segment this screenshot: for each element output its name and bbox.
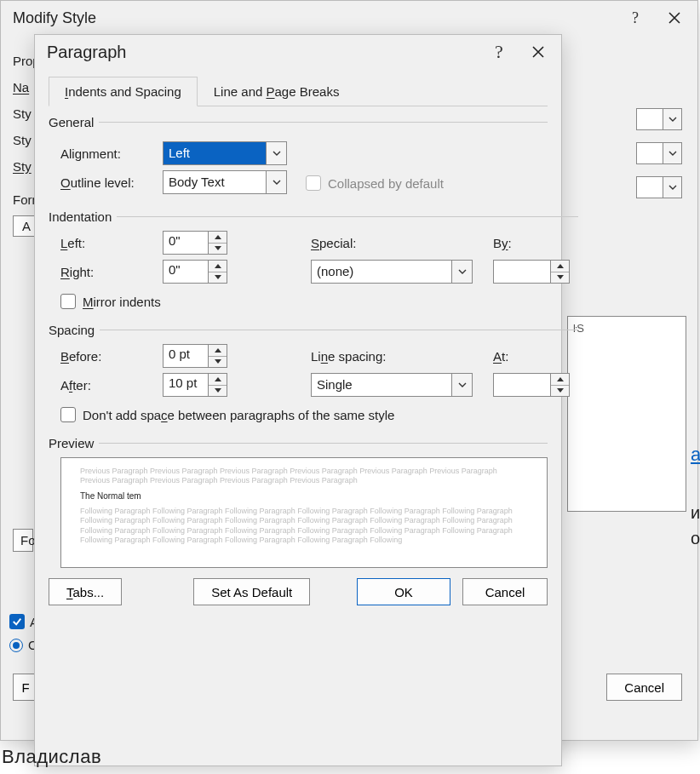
cancel-button[interactable]: Cancel (462, 578, 548, 605)
tabs-button[interactable]: Tabs... (49, 578, 122, 605)
triangle-down-icon[interactable] (209, 272, 227, 284)
paragraph-titlebar: Paragraph ? (35, 35, 561, 69)
triangle-down-icon[interactable] (209, 357, 227, 368)
mirror-indents-checkbox[interactable]: Mirror indents (60, 294, 578, 309)
alignment-combo[interactable]: Left (163, 141, 287, 165)
spacing-group: Spacing Before: 0 pt Line spacing: At: A… (49, 323, 578, 426)
style-following-label: Sty (13, 159, 32, 174)
indent-left-label: Left: (60, 236, 163, 250)
text-fragment-2: о (691, 529, 700, 548)
style-following-combo[interactable] (636, 176, 682, 198)
triangle-down-icon[interactable] (551, 272, 569, 284)
chevron-down-icon[interactable] (451, 261, 472, 283)
name-label: Na (13, 80, 29, 95)
preview-box: Previous Paragraph Previous Paragraph Pr… (60, 457, 548, 568)
chevron-down-icon[interactable] (266, 171, 286, 193)
modify-style-title: Modify Style (13, 9, 96, 27)
indent-right-spinner[interactable]: 0" (163, 260, 227, 284)
at-label: At: (493, 349, 578, 364)
spacing-legend: Spacing (49, 323, 100, 337)
general-group: General Alignment: Left Outline level: B… (49, 115, 548, 199)
triangle-down-icon[interactable] (209, 386, 227, 397)
tab-line-page-breaks[interactable]: Line and Page Breaks (198, 77, 356, 106)
triangle-up-icon[interactable] (209, 261, 227, 272)
close-icon[interactable] (655, 4, 694, 32)
preview-box-fragment: ŀS (567, 316, 686, 512)
paragraph-dialog: Paragraph ? Indents and Spacing Line and… (34, 34, 562, 766)
dialog-button-row: Tabs... Set As Default OK Cancel (49, 578, 548, 605)
only-this-doc-radio[interactable]: C (9, 638, 37, 652)
alignment-label: Alignment: (60, 146, 163, 161)
space-before-label: Before: (60, 349, 163, 364)
triangle-down-icon[interactable] (551, 386, 569, 397)
triangle-up-icon[interactable] (551, 374, 569, 386)
triangle-down-icon[interactable] (209, 244, 227, 255)
outline-level-label: Outline level: (60, 175, 163, 190)
document-text-fragment: Владислав (2, 746, 101, 768)
triangle-up-icon[interactable] (209, 374, 227, 386)
general-legend: General (49, 115, 99, 129)
outline-level-combo[interactable]: Body Text (163, 170, 287, 194)
text-fragment-1: и (691, 503, 700, 523)
indent-left-spinner[interactable]: 0" (163, 231, 227, 255)
line-spacing-combo[interactable]: Single (311, 373, 473, 397)
special-combo[interactable]: (none) (311, 260, 473, 284)
style-based-combo[interactable] (636, 142, 682, 164)
modify-style-cancel-button[interactable]: Cancel (606, 674, 682, 701)
triangle-up-icon[interactable] (209, 345, 227, 357)
preview-group: Preview Previous Paragraph Previous Para… (49, 436, 548, 568)
special-label: Special: (311, 236, 481, 250)
preview-following-text: Following Paragraph Following Paragraph … (80, 507, 528, 545)
triangle-up-icon[interactable] (209, 232, 227, 244)
by-spinner[interactable] (493, 260, 570, 284)
by-label: By: (493, 236, 578, 250)
modify-style-titlebar: Modify Style ? (1, 1, 697, 35)
line-spacing-label: Line spacing: (311, 349, 481, 364)
ok-button[interactable]: OK (357, 578, 450, 605)
space-after-label: After: (60, 378, 163, 393)
indent-right-label: Right: (60, 265, 163, 279)
hyperlink-fragment[interactable]: a (691, 444, 700, 466)
indentation-legend: Indentation (49, 209, 117, 224)
indentation-group: Indentation Left: 0" Special: By: Right:… (49, 209, 578, 312)
dont-add-space-checkbox[interactable]: Don't add space between paragraphs of th… (60, 407, 578, 422)
help-icon[interactable]: ? (479, 38, 519, 66)
preview-legend: Preview (49, 436, 99, 450)
close-icon[interactable] (519, 38, 558, 66)
chevron-down-icon[interactable] (451, 374, 472, 396)
style-type-combo[interactable] (636, 108, 682, 130)
font-box-fragment: Fo (13, 529, 33, 552)
space-after-spinner[interactable]: 10 pt (163, 373, 227, 397)
chevron-down-icon[interactable] (266, 142, 286, 164)
tab-strip: Indents and Spacing Line and Page Breaks (49, 76, 548, 106)
paragraph-title: Paragraph (47, 43, 126, 62)
preview-previous-text: Previous Paragraph Previous Paragraph Pr… (80, 467, 528, 486)
preview-sample-text: The Normal tem (80, 491, 528, 502)
help-icon[interactable]: ? (616, 4, 655, 32)
at-spinner[interactable] (493, 373, 570, 397)
triangle-up-icon[interactable] (551, 261, 569, 272)
set-as-default-button[interactable]: Set As Default (193, 578, 310, 605)
collapsed-by-default-checkbox: Collapsed by default (306, 175, 444, 191)
tab-indents-spacing[interactable]: Indents and Spacing (49, 77, 198, 106)
space-before-spinner[interactable]: 0 pt (163, 344, 227, 368)
